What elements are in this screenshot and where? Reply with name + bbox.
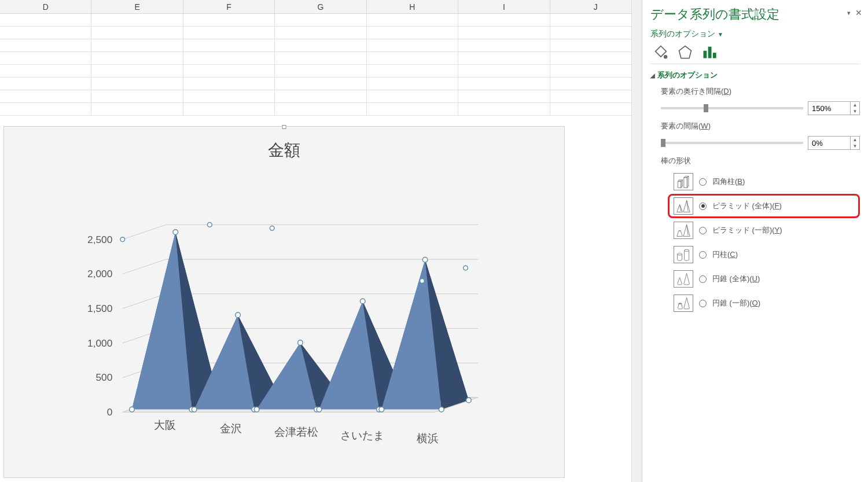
svg-point-55 <box>207 223 212 227</box>
series-options-label: 系列のオプション <box>650 29 715 38</box>
shape-option-box[interactable]: 四角柱(B) <box>668 170 860 194</box>
chart-plot-area[interactable]: 05001,0001,5002,0002,500大阪金沢会津若松さいたま横浜 <box>4 161 564 462</box>
col-header[interactable]: E <box>91 0 183 13</box>
shape-option-cylinder[interactable]: 円柱(C) <box>668 242 860 267</box>
svg-point-35 <box>254 407 259 412</box>
grid-row[interactable] <box>0 14 642 27</box>
col-header[interactable]: D <box>0 0 91 13</box>
pyramid-chart-icon: 05001,0001,5002,0002,500大阪金沢会津若松さいたま横浜 <box>4 161 564 462</box>
gap-width-slider[interactable] <box>661 142 803 144</box>
series-options-section[interactable]: ◢系列のオプション <box>650 70 860 80</box>
fill-tab-icon[interactable] <box>653 44 669 60</box>
chart-object[interactable]: 金額 05001,0001,5002,0002,500大阪金沢会津若松さいたま横… <box>3 126 565 478</box>
grid-row[interactable] <box>0 78 642 90</box>
effects-tab-icon[interactable] <box>677 44 693 60</box>
spinner-up-icon[interactable]: ▲ <box>851 137 859 143</box>
col-header[interactable]: G <box>275 0 366 13</box>
spinner-down-icon[interactable]: ▼ <box>851 143 859 149</box>
radio-icon <box>699 227 707 234</box>
panel-dropdown-icon[interactable]: ▾ <box>847 9 851 17</box>
shape-option-partial-pyramid[interactable]: ピラミッド (一部)(Y) <box>668 218 860 242</box>
radio-icon <box>699 203 707 210</box>
svg-text:金沢: 金沢 <box>220 422 242 435</box>
svg-point-51 <box>379 407 384 412</box>
svg-rect-61 <box>708 47 712 58</box>
shape-options-group: 四角柱(B) ピラミッド (全体)(F) ピラミッド (一部)(Y) 円柱(C) <box>668 170 860 315</box>
format-tabs <box>650 44 860 60</box>
svg-text:1,000: 1,000 <box>87 337 112 349</box>
svg-point-26 <box>236 312 241 318</box>
format-series-panel: ▾ ✕ データ系列の書式設定 系列のオプション▼ ◢系列のオプション 要素の奥行… <box>642 0 868 482</box>
grid-row[interactable] <box>0 103 642 116</box>
grid-row[interactable] <box>0 52 642 65</box>
full-cone-shape-icon <box>674 270 693 288</box>
shape-option-partial-cone[interactable]: 円錐 (一部)(O) <box>668 291 860 315</box>
column-shape-label: 棒の形状 <box>661 156 860 166</box>
series-options-tab-icon[interactable] <box>701 44 718 60</box>
svg-point-42 <box>360 299 365 304</box>
panel-title: データ系列の書式設定 <box>650 6 860 23</box>
svg-text:横浜: 横浜 <box>417 432 439 444</box>
shape-option-full-pyramid[interactable]: ピラミッド (全体)(F) <box>668 194 860 218</box>
svg-point-58 <box>420 279 425 284</box>
radio-icon <box>699 178 707 186</box>
gap-width-label: 要素の間隔(W) <box>661 121 860 131</box>
svg-text:2,500: 2,500 <box>87 234 112 245</box>
svg-point-56 <box>270 226 274 231</box>
box-shape-icon <box>674 173 693 190</box>
svg-text:500: 500 <box>95 371 112 383</box>
gap-depth-input[interactable]: 150% ▲▼ <box>808 101 860 115</box>
svg-point-52 <box>439 407 444 412</box>
svg-point-53 <box>466 398 472 403</box>
radio-icon <box>699 275 707 283</box>
chart-title[interactable]: 金額 <box>4 139 564 161</box>
svg-point-27 <box>192 407 197 412</box>
shape-option-full-cone[interactable]: 円錐 (全体)(U) <box>668 267 860 291</box>
series-options-dropdown[interactable]: 系列のオプション▼ <box>650 29 860 39</box>
svg-text:2,000: 2,000 <box>87 268 112 279</box>
svg-rect-60 <box>704 51 707 58</box>
col-header[interactable]: H <box>367 0 458 13</box>
svg-point-57 <box>464 266 468 270</box>
vertical-scrollbar[interactable] <box>631 0 642 482</box>
partial-cone-shape-icon <box>674 295 693 312</box>
grid-row[interactable] <box>0 39 642 52</box>
selection-handle-icon[interactable] <box>282 125 286 129</box>
gap-depth-label: 要素の奥行き間隔(D) <box>661 86 860 97</box>
col-header[interactable]: I <box>458 0 550 13</box>
grid-row[interactable] <box>0 90 642 103</box>
svg-text:1,500: 1,500 <box>87 303 112 314</box>
svg-point-64 <box>685 249 689 251</box>
svg-text:0: 0 <box>107 406 113 418</box>
svg-point-50 <box>422 257 428 263</box>
svg-point-19 <box>130 407 135 412</box>
grid-row[interactable] <box>0 27 642 39</box>
svg-marker-59 <box>679 46 692 58</box>
spreadsheet-area: D E F G H I J 金額 05001,0001,5002,0002,50… <box>0 0 642 482</box>
svg-point-18 <box>173 230 178 235</box>
radio-icon <box>699 300 707 307</box>
svg-text:さいたま: さいたま <box>340 429 384 441</box>
column-headers: D E F G H I J <box>0 0 642 14</box>
svg-rect-62 <box>713 53 716 58</box>
gap-width-input[interactable]: 0% ▲▼ <box>808 136 860 150</box>
svg-text:大阪: 大阪 <box>154 419 176 431</box>
svg-point-54 <box>120 237 125 242</box>
radio-icon <box>699 251 707 259</box>
spinner-up-icon[interactable]: ▲ <box>851 102 859 108</box>
svg-text:会津若松: 会津若松 <box>274 426 318 438</box>
partial-pyramid-shape-icon <box>674 222 693 239</box>
svg-point-43 <box>317 407 322 412</box>
svg-point-65 <box>679 303 682 304</box>
cylinder-shape-icon <box>674 246 693 263</box>
col-header[interactable]: F <box>183 0 275 13</box>
full-pyramid-shape-icon <box>674 197 693 215</box>
grid-rows <box>0 14 642 116</box>
spinner-down-icon[interactable]: ▼ <box>851 108 859 115</box>
svg-point-34 <box>298 340 303 345</box>
svg-point-63 <box>678 253 682 255</box>
grid-row[interactable] <box>0 65 642 78</box>
close-icon[interactable]: ✕ <box>855 8 862 17</box>
gap-depth-slider[interactable] <box>661 107 803 109</box>
col-header[interactable]: J <box>550 0 642 13</box>
